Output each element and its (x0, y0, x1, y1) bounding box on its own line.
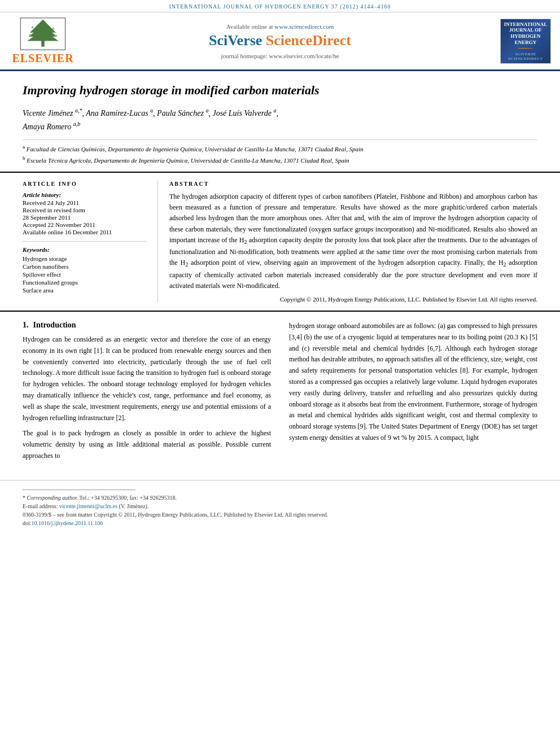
keywords-label: Keywords: (23, 246, 146, 253)
body-column-right: hydrogen storage onboard automobiles are… (280, 321, 537, 466)
authors: Vicente Jiménez a,*, Ana Ramírez-Lucas a… (23, 107, 537, 134)
svg-point-6 (32, 27, 34, 29)
abstract-heading: ABSTRACT (169, 181, 537, 187)
elsevier-text: ELSEVIER (12, 52, 73, 65)
journal-cover-circle (517, 48, 534, 49)
author-amaya: Amaya Romero a,b (23, 123, 80, 131)
svg-rect-2 (41, 41, 45, 47)
sciverse-direct-text: ScienceDirect (266, 32, 351, 49)
article-info-abstract: ARTICLE INFO Article history: Received 2… (0, 173, 560, 312)
author-jose: José Luís Valverde a (212, 109, 276, 117)
body-column-left: 1. Introduction Hydrogen can be consider… (23, 321, 280, 466)
journal-cover: International Journal of HYDROGEN ENERGY… (500, 19, 551, 64)
footer-email: E-mail address: vicente.jimenez@uclm.es … (23, 502, 537, 510)
journal-cover-area: International Journal of HYDROGEN ENERGY… (483, 19, 551, 64)
author-ana: Ana Ramírez-Lucas a (86, 109, 153, 117)
author-paula: Paula Sánchez a (157, 109, 208, 117)
elsevier-logo-area: ELSEVIER (9, 17, 77, 65)
article-info: ARTICLE INFO Article history: Received 2… (23, 181, 158, 303)
journal-header-text: INTERNATIONAL JOURNAL OF HYDROGEN ENERGY… (169, 3, 391, 10)
section-1-number: 1. (23, 321, 29, 330)
keyword-4: Functionalized groups (23, 279, 146, 286)
footer-tel-fax: Tel.: +34 926295300; fax: +34 926295318. (80, 495, 177, 501)
affiliation-a: a Facultad de Ciencias Químicas, Departa… (23, 143, 537, 154)
journal-header: INTERNATIONAL JOURNAL OF HYDROGEN ENERGY… (0, 0, 560, 12)
copyright-text: Copyright © 2011, Hydrogen Energy Public… (169, 296, 537, 303)
banner-center: Available online at www.sciencedirect.co… (77, 23, 483, 59)
body-paragraph-right-1: hydrogen storage onboard automobiles are… (289, 321, 537, 444)
date-accepted: Accepted 22 November 2011 (23, 221, 146, 228)
elsevier-logo: ELSEVIER (9, 17, 77, 65)
journal-homepage-text: journal homepage: www.elsevier.com/locat… (77, 53, 483, 59)
date-available: Available online 16 December 2011 (23, 229, 146, 235)
body-paragraph-2: The goal is to pack hydrogen as closely … (23, 428, 271, 461)
article-history-label: Article history: (23, 191, 146, 198)
available-online-text: Available online at www.sciencedirect.co… (77, 23, 483, 30)
footer-issn: 0360-3199/$ – see front matter Copyright… (23, 510, 537, 519)
footer: * Corresponding author. Tel.: +34 926295… (0, 480, 560, 531)
author-vicente: Vicente Jiménez a,* (23, 109, 82, 117)
date-received: Received 24 July 2011 (23, 199, 146, 206)
article-title: Improving hydrogen storage in modified c… (23, 82, 537, 99)
footer-corresponding-author: * Corresponding author. Tel.: +34 926295… (23, 493, 537, 502)
keyword-2: Carbon nanofibers (23, 263, 146, 270)
affiliation-b: b Escuela Técnica Agrícola, Departamento… (23, 155, 537, 165)
sciencedirect-link[interactable]: www.sciencedirect.com (274, 23, 334, 30)
footer-star-symbol: * Corresponding author. (23, 495, 78, 501)
date-revised-label: Received in revised form (23, 207, 146, 213)
journal-cover-subtitle: SciVerse ScienceDirect (503, 52, 548, 61)
sciverse-sci-text: SciVerse (209, 32, 266, 49)
keyword-5: Surface area (23, 287, 146, 294)
article-title-section: Improving hydrogen storage in modified c… (0, 71, 560, 173)
keyword-3: Spillover effect (23, 271, 146, 278)
section-1-title: 1. Introduction (23, 321, 271, 330)
svg-point-9 (55, 34, 57, 37)
banner: ELSEVIER Available online at www.science… (0, 12, 560, 71)
keywords-section: Keywords: Hydrogen storage Carbon nanofi… (23, 241, 146, 294)
article-dates: Received 24 July 2011 Received in revise… (23, 199, 146, 235)
abstract-text: The hydrogen adsorption capacity of diff… (169, 191, 537, 291)
body-paragraph-1: Hydrogen can be considered as an energet… (23, 334, 271, 423)
footer-doi: doi:10.1016/j.ijhydene.2011.11.106 (23, 519, 537, 527)
elsevier-tree-icon (18, 17, 68, 51)
affiliations: a Facultad de Ciencias Químicas, Departa… (23, 139, 537, 165)
article-info-heading: ARTICLE INFO (23, 181, 146, 187)
svg-point-7 (53, 27, 55, 29)
abstract-section: ABSTRACT The hydrogen adsorption capacit… (158, 181, 537, 303)
footer-divider (23, 490, 135, 490)
date-revised: 28 September 2011 (23, 214, 146, 221)
sciverse-logo: SciVerse ScienceDirect (77, 32, 483, 49)
footer-doi-link[interactable]: 10.1016/j.ijhydene.2011.11.106 (32, 520, 103, 526)
body-content: 1. Introduction Hydrogen can be consider… (0, 312, 560, 475)
journal-cover-title: International Journal of HYDROGEN ENERGY (503, 21, 548, 46)
footer-email-link[interactable]: vicente.jimenez@uclm.es (59, 503, 117, 509)
keyword-1: Hydrogen storage (23, 255, 146, 262)
svg-point-8 (29, 34, 31, 36)
section-1-title-text: Introduction (33, 321, 76, 330)
